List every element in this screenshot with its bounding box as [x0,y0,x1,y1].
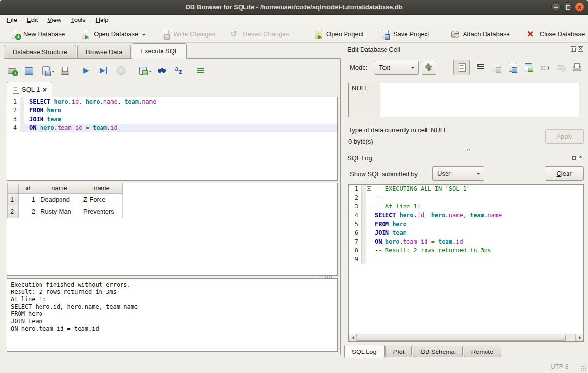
log-margin [362,220,366,228]
execute-all-icon[interactable] [82,66,92,76]
sql-tab-close-icon[interactable]: × [42,86,47,93]
close-database-button[interactable]: Close Database [522,27,588,41]
apply-button[interactable]: Apply [545,129,584,144]
find-icon[interactable] [157,66,167,76]
open-database-button[interactable]: Open Database [76,27,150,41]
title-bar: DB Browser for SQLite - /home/user/code/… [0,0,588,15]
open-project-label: Open Project [326,30,364,38]
print-icon[interactable] [60,66,70,76]
editor-code-line: JOIN team [24,115,337,124]
column-header-name[interactable]: name [38,183,81,193]
cell-id[interactable]: 2 [19,206,38,218]
column-header-name2[interactable]: name [81,183,123,193]
cell-id[interactable]: 1 [19,193,38,206]
main-toolbar: New Database Open Database Write Changes… [0,25,588,43]
scroll-left-icon[interactable] [349,334,357,341]
log-filter-value: User [437,170,450,177]
log-line: 5 FROM hero [349,220,583,228]
stop-execution-icon[interactable] [116,66,126,76]
save-project-label: Save Project [393,30,429,38]
splitter-handle[interactable] [458,149,470,151]
save-project-button[interactable]: Save Project [376,27,434,41]
save-cell-data-icon[interactable] [507,62,517,72]
fold-collapse-icon[interactable] [367,186,371,191]
tab-db-schema[interactable]: DB Schema [413,346,462,357]
tab-remote[interactable]: Remote [464,346,502,357]
word-wrap-icon[interactable] [196,66,206,76]
cell-team-name[interactable]: Preventers [81,206,123,218]
cell-hero-name[interactable]: Deadpond [38,193,81,206]
editor-line-current: 4 ON hero.team_id = team.id [7,124,337,132]
row-header[interactable]: 2 [8,206,19,218]
editor-code-line: SELECT hero.id, hero.name, team.name [24,97,337,106]
float-panel-icon[interactable] [571,46,576,52]
export-cell-data-icon[interactable] [524,62,533,72]
cell-team-name[interactable]: Z-Force [81,193,123,206]
float-panel-icon[interactable] [571,155,576,160]
line-number: 9 [349,255,362,264]
menu-help[interactable]: Help [91,15,114,25]
revert-changes-button[interactable]: Revert Changes [225,27,293,41]
export-results-icon[interactable] [138,66,148,76]
resize-grip[interactable] [580,365,586,371]
save-sql-file-icon[interactable] [41,66,51,76]
apply-data-button[interactable] [422,61,436,75]
menu-tools[interactable]: Tools [66,15,90,25]
tab-database-structure[interactable]: Database Structure [4,45,76,59]
menu-view[interactable]: View [42,15,66,25]
log-line: 8 -- Result: 2 rows returned in 3ms [349,246,583,255]
tab-browse-data[interactable]: Browse Data [77,45,131,59]
tab-sql-log[interactable]: SQL Log [344,345,385,358]
log-horizontal-scrollbar[interactable] [349,334,583,341]
tab-execute-sql[interactable]: Execute SQL [132,43,187,59]
open-sql-tab-icon[interactable] [7,66,17,76]
bottom-tab-bar: SQL Log Plot DB Schema Remote [344,346,502,358]
maximize-button[interactable] [563,2,572,12]
log-filter-combobox[interactable]: User [432,166,484,181]
column-header-id[interactable]: id [19,183,38,193]
sql-editor[interactable]: 1 SELECT hero.id, hero.name, team.name 2… [7,97,338,181]
clear-log-button[interactable]: Clear [545,166,584,181]
scroll-right-icon[interactable] [575,334,583,341]
import-cell-data-icon[interactable] [491,62,501,72]
status-bar: UTF-8 [0,359,588,373]
new-database-button[interactable]: New Database [6,27,69,41]
menu-edit[interactable]: Edit [22,15,42,25]
open-project-button[interactable]: Open Project [309,27,368,41]
tab-plot[interactable]: Plot [385,346,412,357]
menu-file[interactable]: File [2,15,22,25]
text-mode-toggle[interactable] [453,60,470,75]
save-sql-dropdown-icon[interactable] [52,71,55,74]
close-panel-icon[interactable] [578,46,583,52]
set-null-icon[interactable] [556,62,566,72]
close-panel-icon[interactable] [578,155,583,160]
format-sql-icon[interactable] [174,66,184,76]
attach-database-button[interactable]: Attach Database [446,27,514,41]
write-changes-button[interactable]: Write Changes [156,27,220,41]
save-project-icon [380,29,390,39]
gear-arrow-icon [424,63,434,73]
mode-combobox[interactable]: Text [374,61,419,75]
results-header-row: id name name [8,183,123,193]
text-cursor [118,124,118,131]
write-changes-icon [160,29,170,39]
scrollbar-thumb[interactable] [357,335,566,341]
corner-header[interactable] [8,183,19,193]
sql-editor-tab[interactable]: SQL 1 × [7,82,52,97]
row-header[interactable]: 1 [8,193,19,206]
open-database-dropdown-icon[interactable] [142,34,145,37]
export-results-dropdown-icon[interactable] [149,71,152,74]
log-margin [362,246,366,255]
log-margin [362,237,366,246]
word-wrap-lines-icon[interactable] [475,62,485,72]
close-button[interactable] [575,2,584,12]
open-sql-file-icon[interactable] [24,66,34,76]
fold-column [366,202,373,211]
minimize-button[interactable] [551,2,561,12]
cell-value-editor[interactable]: NULL [348,83,579,117]
print-cell-icon[interactable] [572,62,582,72]
link-icon[interactable] [540,62,549,72]
cell-hero-name[interactable]: Rusty-Man [38,206,81,218]
attach-database-label: Attach Database [463,30,510,38]
execute-current-line-icon[interactable] [99,66,109,76]
